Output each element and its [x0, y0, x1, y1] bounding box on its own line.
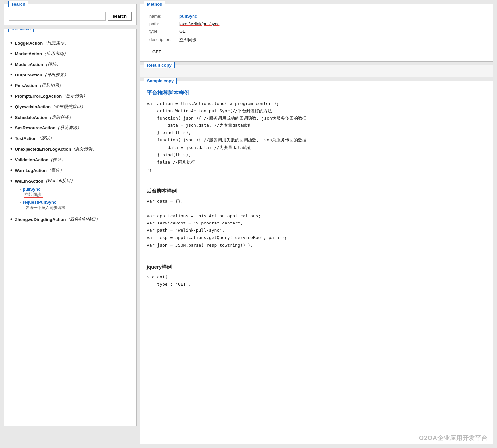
- method-box-label: Method: [144, 1, 165, 7]
- jquery-code: $.ajax({ type : 'GET',: [147, 274, 486, 288]
- search-box: search search: [4, 4, 137, 25]
- menu-item: ValidationAction （验证）: [9, 154, 132, 165]
- sample-copy-label: Sample copy: [144, 78, 177, 84]
- method-type-key: type:: [147, 27, 177, 36]
- menu-item-label[interactable]: QiyeweixinAction （企业微信接口）: [10, 104, 132, 110]
- api-menu-box: API Menu LoggerAction （日志操作）MarketAction…: [4, 29, 137, 426]
- backend-code: var data = {}; var applications = this.A…: [147, 198, 486, 249]
- method-path-value: jaxrs/welink/pull/sync: [179, 21, 219, 26]
- search-button[interactable]: search: [108, 12, 132, 21]
- menu-item-label[interactable]: PromptErrorLogAction （提示错误）: [10, 93, 132, 99]
- api-menu-list: LoggerAction （日志操作）MarketAction （应用市场）Mo…: [9, 38, 132, 224]
- right-panel: Method name: pullSync path: jaxrs/welink…: [140, 4, 493, 444]
- menu-item-label[interactable]: ZhengwuDingdingAction （政务钉钉接口）: [10, 216, 132, 222]
- menu-item-label[interactable]: ValidationAction （验证）: [10, 157, 132, 163]
- menu-item: ModuleAction （模块）: [9, 59, 132, 70]
- menu-item-label[interactable]: ScheduleAction （定时任务）: [10, 114, 132, 120]
- menu-item: SysResourceAction （系统资源）: [9, 123, 132, 133]
- menu-item-label[interactable]: WeLinkAction （WeLink接口）: [10, 178, 132, 184]
- menu-item: PromptErrorLogAction （提示错误）: [9, 91, 132, 101]
- menu-item: QiyeweixinAction （企业微信接口）: [9, 101, 132, 112]
- method-box: Method name: pullSync path: jaxrs/welink…: [140, 4, 493, 62]
- method-desc-value: 立即同步.: [179, 37, 198, 42]
- method-path-row: path: jaxrs/welink/pull/sync: [147, 20, 486, 27]
- menu-item: OutputAction （导出服务）: [9, 70, 132, 80]
- method-table: name: pullSync path: jaxrs/welink/pull/s…: [147, 12, 486, 44]
- search-box-label: search: [8, 1, 28, 7]
- left-panel: search search API Menu LoggerAction （日志操…: [4, 4, 137, 444]
- method-name-row: name: pullSync: [147, 12, 486, 20]
- method-desc-key: description:: [147, 36, 177, 44]
- menu-item: UnexpectedErrorLogAction （意外错误）: [9, 144, 132, 154]
- divider-1: [147, 180, 486, 180]
- divider-2: [147, 256, 486, 256]
- sample-copy-box: Sample copy 平台推荐脚本样例 var action = this.A…: [140, 81, 493, 444]
- menu-item-label[interactable]: PmsAction （推送消息）: [10, 82, 132, 88]
- method-type-value: GET: [179, 29, 188, 34]
- menu-item: PmsAction （推送消息）: [9, 80, 132, 91]
- menu-item: LoggerAction （日志操作）: [9, 38, 132, 48]
- sub-menu-item: requestPullSync-发送一个拉入同步请求.: [18, 199, 132, 212]
- method-path-key: path:: [147, 20, 177, 27]
- method-desc-row: description: 立即同步.: [147, 36, 486, 44]
- result-copy-label: Result copy: [144, 62, 175, 68]
- menu-item-label[interactable]: MarketAction （应用市场）: [10, 51, 132, 57]
- get-button[interactable]: GET: [147, 48, 167, 56]
- api-menu-label: API Menu: [8, 29, 34, 32]
- method-name-value[interactable]: pullSync: [179, 14, 197, 19]
- menu-item-label[interactable]: TestAction （测试）: [10, 135, 132, 141]
- menu-item: WeLinkAction （WeLink接口）pullSync立即同步.requ…: [9, 175, 132, 214]
- backend-title: 后台脚本样例: [147, 188, 486, 194]
- menu-item-label[interactable]: ModuleAction （模块）: [10, 61, 132, 67]
- method-name-key: name:: [147, 12, 177, 20]
- method-type-row: type: GET: [147, 27, 486, 36]
- menu-item-label[interactable]: UnexpectedErrorLogAction （意外错误）: [10, 146, 132, 152]
- result-copy-box: Result copy: [140, 65, 493, 77]
- menu-item: MarketAction （应用市场）: [9, 48, 132, 59]
- platform-title: 平台推荐脚本样例: [147, 90, 486, 97]
- menu-item-label[interactable]: SysResourceAction （系统资源）: [10, 125, 132, 131]
- search-input[interactable]: [9, 12, 106, 21]
- menu-item-label[interactable]: OutputAction （导出服务）: [10, 72, 132, 78]
- menu-item-label[interactable]: WarnLogAction （警告）: [10, 167, 132, 173]
- sub-menu-link[interactable]: pullSync: [23, 187, 40, 192]
- menu-item: ScheduleAction （定时任务）: [9, 112, 132, 123]
- menu-item: ZhengwuDingdingAction （政务钉钉接口）: [9, 214, 132, 224]
- sub-menu-item: pullSync立即同步.: [18, 186, 132, 199]
- menu-item-label[interactable]: LoggerAction （日志操作）: [10, 40, 132, 46]
- menu-item: TestAction （测试）: [9, 133, 132, 144]
- sub-menu: pullSync立即同步.requestPullSync-发送一个拉入同步请求.: [10, 184, 132, 212]
- platform-code: var action = this.Actions.load("x_progra…: [147, 100, 486, 173]
- menu-item: WarnLogAction （警告）: [9, 165, 132, 175]
- sub-menu-desc: -发送一个拉入同步请求.: [18, 205, 132, 211]
- sub-menu-link[interactable]: requestPullSync: [23, 200, 56, 205]
- jquery-title: jquery样例: [147, 264, 486, 270]
- sub-menu-desc: 立即同步.: [18, 192, 132, 198]
